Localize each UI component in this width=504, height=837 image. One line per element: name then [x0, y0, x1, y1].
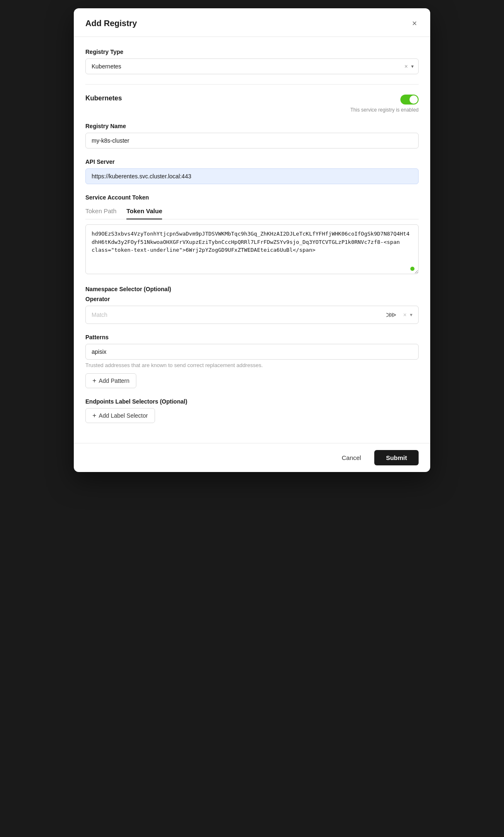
add-registry-modal: Add Registry × Registry Type Kubernetes … — [74, 8, 430, 472]
kubernetes-section-label: Kubernetes — [85, 95, 122, 102]
cancel-button[interactable]: Cancel — [333, 450, 369, 465]
token-path-tab[interactable]: Token Path — [85, 204, 116, 219]
service-account-token-label: Service Account Token — [85, 194, 419, 201]
operator-select-wrapper: Match ⋙ × ▾ — [85, 306, 419, 324]
registry-name-label: Registry Name — [85, 123, 419, 129]
toggle-right: This service registry is enabled — [350, 95, 419, 113]
registry-name-input[interactable] — [85, 133, 419, 148]
token-status-dot — [410, 267, 414, 271]
toggle-enabled-text: This service registry is enabled — [350, 107, 419, 113]
token-content: hd9OEzS3xbvs4VzyTonhYtjcpn5waDvm9pJTDSVW… — [85, 224, 419, 276]
patterns-label: Patterns — [85, 334, 419, 341]
registry-type-select-wrapper: Kubernetes × ▾ — [85, 58, 419, 74]
kubernetes-toggle[interactable] — [400, 95, 419, 105]
operator-section: Operator Match ⋙ × ▾ — [85, 296, 419, 324]
registry-name-section: Registry Name — [85, 123, 419, 148]
modal-title: Add Registry — [85, 19, 137, 28]
operator-match-text: Match — [92, 311, 379, 318]
add-pattern-button[interactable]: + Add Pattern — [85, 373, 136, 388]
namespace-selector-label: Namespace Selector (Optional) — [85, 286, 419, 292]
add-label-selector-label: Add Label Selector — [99, 412, 148, 419]
token-value-tab[interactable]: Token Value — [126, 204, 162, 219]
add-pattern-plus-icon: + — [92, 377, 96, 384]
operator-select-display[interactable]: Match ⋙ × ▾ — [85, 306, 419, 324]
close-button[interactable]: × — [410, 17, 419, 29]
operator-row: Match ⋙ × ▾ — [85, 306, 419, 324]
operator-chevron-icon: ▾ — [410, 312, 412, 318]
patterns-hint-text: Trusted addresses that are known to send… — [85, 362, 419, 368]
endpoints-label-selectors-section: Endpoints Label Selectors (Optional) + A… — [85, 398, 419, 423]
divider-1 — [85, 84, 419, 85]
registry-type-label: Registry Type — [85, 49, 419, 55]
modal-footer: Cancel Submit — [74, 443, 430, 472]
operator-label: Operator — [85, 296, 419, 302]
registry-type-select[interactable]: Kubernetes — [85, 58, 419, 74]
operator-clear-icon[interactable]: × — [403, 311, 407, 318]
endpoints-label-selectors-label: Endpoints Label Selectors (Optional) — [85, 398, 419, 405]
add-label-selector-button[interactable]: + Add Label Selector — [85, 408, 155, 423]
api-server-label: API Server — [85, 158, 419, 165]
token-value-textarea[interactable]: hd9OEzS3xbvs4VzyTonhYtjcpn5waDvm9pJTDSVW… — [85, 224, 419, 274]
token-tabs: Token Path Token Value — [85, 204, 419, 219]
registry-type-section: Registry Type Kubernetes × ▾ — [85, 49, 419, 74]
patterns-input[interactable] — [85, 344, 419, 360]
namespace-selector-section: Namespace Selector (Optional) Operator M… — [85, 286, 419, 388]
api-server-section: API Server — [85, 158, 419, 184]
api-server-input[interactable] — [85, 168, 419, 184]
submit-button[interactable]: Submit — [374, 450, 419, 465]
patterns-section: Patterns Trusted addresses that are know… — [85, 334, 419, 388]
add-label-selector-plus-icon: + — [92, 412, 96, 419]
operator-double-chevron-icon: ⋙ — [386, 310, 397, 319]
kubernetes-row: Kubernetes This service registry is enab… — [85, 95, 419, 113]
add-pattern-label: Add Pattern — [99, 377, 129, 384]
modal-header: Add Registry × — [74, 8, 430, 37]
modal-body: Registry Type Kubernetes × ▾ Kubernetes … — [74, 37, 430, 443]
service-account-token-section: Service Account Token Token Path Token V… — [85, 194, 419, 276]
